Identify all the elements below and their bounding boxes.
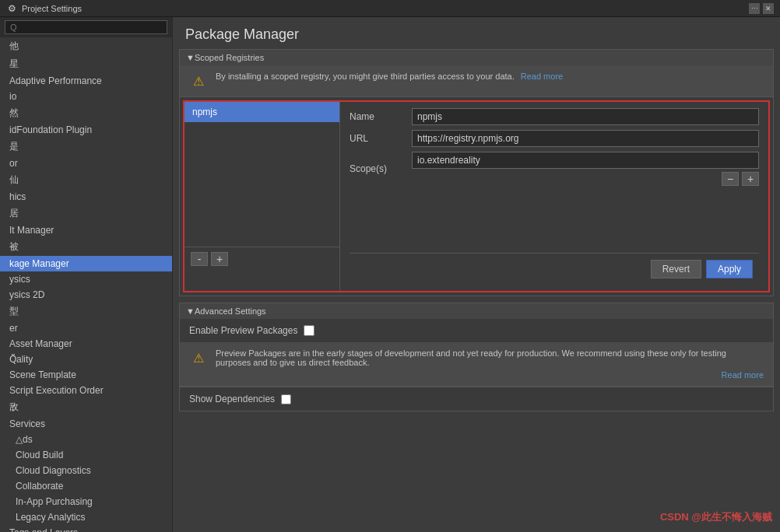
scope-buttons: − + — [412, 172, 759, 186]
add-registry-button[interactable]: + — [211, 252, 228, 266]
sidebar-item-25[interactable]: Cloud Build — [0, 447, 172, 463]
name-label: Name — [350, 111, 412, 122]
sidebar-item-5[interactable]: idFoundation Plugin — [0, 122, 172, 138]
add-scope-button[interactable]: + — [742, 172, 759, 186]
revert-button[interactable]: Revert — [651, 260, 701, 278]
url-label: URL — [350, 133, 412, 144]
warning-icon: ⚠ — [189, 72, 208, 90]
sidebar-item-12[interactable]: 被 — [0, 238, 172, 256]
name-row: Name — [350, 108, 759, 125]
advanced-settings-section: ▼Advanced Settings Enable Preview Packag… — [179, 303, 774, 411]
sidebar-item-6[interactable]: 是 — [0, 138, 172, 156]
scoped-registries-header[interactable]: ▼Scoped Registries — [180, 50, 773, 65]
registry-footer: Revert Apply — [350, 253, 759, 285]
watermark: CSDN @此生不悔入海贼 — [660, 510, 772, 524]
enable-preview-label: Enable Preview Packages — [189, 325, 297, 336]
scoped-read-more-link[interactable]: Read more — [521, 72, 563, 81]
scoped-warning-box: ⚠ By installing a scoped registry, you m… — [180, 65, 773, 97]
show-dependencies-checkbox[interactable] — [281, 394, 291, 404]
close-button[interactable]: ✕ — [763, 3, 774, 14]
remove-registry-button[interactable]: - — [191, 252, 208, 266]
sidebar-item-14[interactable]: ysics — [0, 271, 172, 287]
registry-list: npmjs - + — [184, 102, 340, 291]
sidebar-item-28[interactable]: In-App Purchasing — [0, 494, 172, 509]
scoped-registries-section: ▼Scoped Registries ⚠ By installing a sco… — [179, 49, 774, 296]
scopes-row: Scope(s) − + — [350, 152, 759, 186]
sidebar-item-17[interactable]: er — [0, 320, 172, 336]
page-title: Package Manager — [185, 26, 768, 43]
registry-list-footer: - + — [184, 247, 339, 271]
sidebar-item-22[interactable]: 敌 — [0, 398, 172, 416]
advanced-settings-label: ▼Advanced Settings — [186, 306, 266, 316]
scope-input[interactable] — [412, 152, 759, 169]
sidebar-item-16[interactable]: 型 — [0, 303, 172, 320]
advanced-settings-header[interactable]: ▼Advanced Settings — [180, 303, 773, 319]
sidebar-item-10[interactable]: 居 — [0, 205, 172, 222]
apply-button[interactable]: Apply — [706, 260, 753, 278]
sidebar-search-container — [0, 17, 172, 37]
remove-scope-button[interactable]: − — [722, 172, 739, 186]
sidebar-item-20[interactable]: Scene Template — [0, 367, 172, 383]
sidebar: 他星Adaptive Performanceio然idFoundation Pl… — [0, 17, 173, 532]
sidebar-item-19[interactable]: Q̃ality — [0, 352, 172, 367]
show-dependencies-row: Show Dependencies — [180, 387, 773, 411]
url-input[interactable] — [412, 130, 759, 147]
registry-list-item[interactable]: npmjs — [184, 102, 339, 122]
sidebar-item-23[interactable]: Services — [0, 416, 172, 432]
minimize-button[interactable]: ⋯ — [749, 3, 760, 14]
sidebar-item-9[interactable]: hics — [0, 189, 172, 205]
sidebar-item-3[interactable]: io — [0, 89, 172, 104]
sidebar-item-1[interactable]: 星 — [0, 55, 172, 73]
registry-container: npmjs - + Name URL — [183, 100, 770, 292]
enable-preview-checkbox[interactable] — [304, 325, 314, 336]
preview-read-more-link[interactable]: Read more — [722, 370, 764, 380]
name-input[interactable] — [412, 108, 759, 125]
warning-text: By installing a scoped registry, you mig… — [216, 72, 563, 81]
preview-warning-icon: ⚠ — [189, 348, 208, 367]
title-bar-title: Project Settings — [22, 4, 749, 13]
scoped-registries-label: ▼Scoped Registries — [186, 53, 264, 62]
scopes-label: Scope(s) — [350, 163, 412, 174]
sidebar-item-0[interactable]: 他 — [0, 37, 172, 55]
sidebar-item-15[interactable]: ysics 2D — [0, 287, 172, 303]
title-bar-controls: ⋯ ✕ — [749, 3, 774, 14]
sidebar-item-24[interactable]: △ds — [0, 432, 172, 447]
content-area: Package Manager ▼Scoped Registries ⚠ By … — [173, 17, 780, 532]
registry-form: Name URL Scope(s) − + — [340, 102, 768, 291]
show-dependencies-label: Show Dependencies — [189, 394, 275, 404]
sidebar-item-21[interactable]: Script Execution Order — [0, 383, 172, 398]
main-layout: 他星Adaptive Performanceio然idFoundation Pl… — [0, 17, 780, 532]
sidebar-search-input[interactable] — [5, 20, 167, 34]
url-row: URL — [350, 130, 759, 147]
sidebar-item-18[interactable]: Asset Manager — [0, 336, 172, 352]
sidebar-item-29[interactable]: Legacy Analytics — [0, 509, 172, 525]
preview-warning-box: ⚠ Preview Packages are in the early stag… — [180, 342, 773, 387]
scope-area: − + — [412, 152, 759, 186]
sidebar-item-26[interactable]: Cloud Diagnostics — [0, 463, 172, 478]
project-settings-icon: ⚙ — [6, 3, 17, 14]
title-bar: ⚙ Project Settings ⋯ ✕ — [0, 0, 780, 17]
sidebar-item-27[interactable]: Collaborate — [0, 478, 172, 494]
sidebar-item-7[interactable]: or — [0, 156, 172, 171]
sidebar-item-4[interactable]: 然 — [0, 104, 172, 122]
sidebar-item-30[interactable]: Tags and Layers — [0, 525, 172, 532]
sidebar-item-8[interactable]: 仙 — [0, 171, 172, 189]
enable-preview-row: Enable Preview Packages — [180, 319, 773, 342]
preview-warning-content: Preview Packages are in the early stages… — [216, 348, 764, 380]
sidebar-item-13[interactable]: kage Manager — [0, 256, 172, 271]
sidebar-item-11[interactable]: It Manager — [0, 222, 172, 238]
sidebar-item-2[interactable]: Adaptive Performance — [0, 73, 172, 89]
content-header: Package Manager — [173, 17, 780, 49]
